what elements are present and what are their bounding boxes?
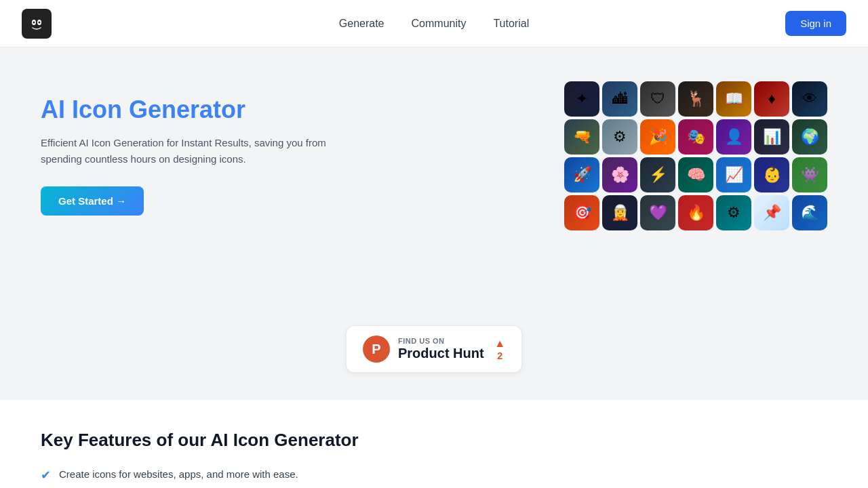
icon-cell: 🎉 <box>640 119 675 155</box>
icon-cell: 👤 <box>716 119 751 155</box>
product-hunt-text: FIND US ON Product Hunt <box>398 337 486 361</box>
features-list: ✔ Create icons for websites, apps, and m… <box>41 467 827 488</box>
icon-cell: 📌 <box>754 195 789 230</box>
icon-cell: 👁 <box>792 81 827 117</box>
icon-cell: 🦌 <box>678 81 713 117</box>
icon-grid: ✦🏙🛡🦌📖♦👁🔫⚙🎉🎭👤📊🌍🚀🌸⚡🧠📈👶👾🎯🧝💜🔥⚙📌🌊 <box>564 81 827 230</box>
svg-point-4 <box>39 21 41 23</box>
icon-cell: ♦ <box>754 81 789 117</box>
icon-cell: 🚀 <box>564 157 599 192</box>
get-started-button[interactable]: Get Started → <box>41 186 144 216</box>
icon-cell: 👾 <box>792 157 827 192</box>
icon-cell: 🔥 <box>678 195 713 230</box>
feature-text: Create icons for websites, apps, and mor… <box>59 467 298 483</box>
vote-count: 2 <box>497 350 502 361</box>
nav-link-tutorial[interactable]: Tutorial <box>493 18 529 30</box>
icon-cell: ✦ <box>564 81 599 117</box>
icon-cell: 👶 <box>754 157 789 192</box>
icon-cell: ⚙ <box>602 119 637 155</box>
icon-cell: 💜 <box>640 195 675 230</box>
logo[interactable] <box>22 9 52 39</box>
icon-cell: 🌊 <box>792 195 827 230</box>
icon-cell: 🌍 <box>792 119 827 155</box>
upvote-arrow-icon: ▲ <box>494 338 505 349</box>
logo-image <box>22 9 52 39</box>
signin-button[interactable]: Sign in <box>785 11 846 36</box>
icon-cell: 🧠 <box>678 157 713 192</box>
icon-cell: 📖 <box>716 81 751 117</box>
icon-cell: 🧝 <box>602 195 637 230</box>
hero-section: AI Icon Generator Efficient AI Icon Gene… <box>0 47 868 319</box>
svg-point-3 <box>33 21 35 23</box>
product-hunt-badge[interactable]: P FIND US ON Product Hunt ▲ 2 <box>346 325 522 373</box>
features-section: Key Features of our AI Icon Generator ✔ … <box>0 400 868 488</box>
icon-cell: 📈 <box>716 157 751 192</box>
hero-description: Efficient AI Icon Generation for Instant… <box>41 135 366 167</box>
icon-cell: 🌸 <box>602 157 637 192</box>
svg-point-0 <box>24 12 49 36</box>
product-hunt-name: Product Hunt <box>398 345 486 361</box>
nav-link-generate[interactable]: Generate <box>339 18 384 30</box>
icon-cell: 🏙 <box>602 81 637 117</box>
icon-cell: ⚡ <box>640 157 675 192</box>
product-hunt-logo: P <box>363 336 390 363</box>
nav-link-community[interactable]: Community <box>412 18 467 30</box>
nav-links: Generate Community Tutorial <box>339 18 529 30</box>
product-hunt-section: P FIND US ON Product Hunt ▲ 2 <box>0 319 868 400</box>
features-title: Key Features of our AI Icon Generator <box>41 430 827 451</box>
check-icon: ✔ <box>41 468 51 483</box>
icon-cell: 🎭 <box>678 119 713 155</box>
product-hunt-vote: ▲ 2 <box>494 338 505 361</box>
feature-item: ✔ Create icons for websites, apps, and m… <box>41 467 827 483</box>
icon-cell: ⚙ <box>716 195 751 230</box>
icon-cell: 🛡 <box>640 81 675 117</box>
hero-left: AI Icon Generator Efficient AI Icon Gene… <box>41 81 366 216</box>
icon-cell: 🎯 <box>564 195 599 230</box>
icon-cell: 🔫 <box>564 119 599 155</box>
hero-title: AI Icon Generator <box>41 95 366 124</box>
product-hunt-find-label: FIND US ON <box>398 337 486 345</box>
navbar: Generate Community Tutorial Sign in <box>0 0 868 47</box>
icon-cell: 📊 <box>754 119 789 155</box>
